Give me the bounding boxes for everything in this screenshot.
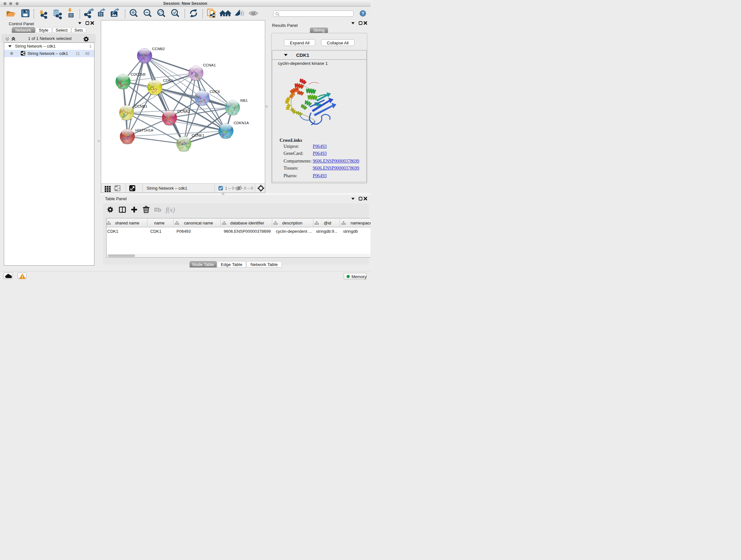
- svg-text:CDC25B: CDC25B: [131, 72, 145, 76]
- svg-text:CCNA2: CCNA2: [177, 109, 190, 114]
- svg-text:1 – 0: 1 – 0: [225, 186, 234, 191]
- svg-text:CDKN1A: CDKN1A: [233, 120, 249, 125]
- svg-text:CCNB2: CCNB2: [152, 47, 165, 51]
- svg-text:HIST1H1A: HIST1H1A: [135, 128, 153, 132]
- svg-text:RB1: RB1: [240, 98, 248, 103]
- svg-text:?: ?: [361, 11, 364, 16]
- svg-text:f(x): f(x): [165, 206, 175, 213]
- svg-text:CDK1: CDK1: [163, 78, 173, 83]
- svg-text:CCNA1: CCNA1: [203, 63, 216, 67]
- svg-text:CDC6: CDC6: [210, 89, 220, 94]
- svg-text:0 – 0: 0 – 0: [244, 186, 253, 191]
- svg-text:CCNE1: CCNE1: [192, 133, 204, 138]
- svg-text:CCNB1: CCNB1: [134, 104, 147, 109]
